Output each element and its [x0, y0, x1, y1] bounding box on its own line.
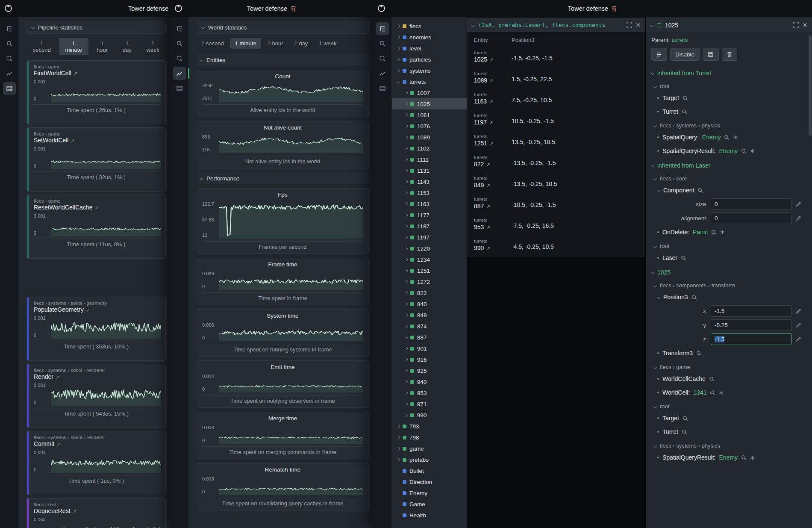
inspector-component-row[interactable]: WorldCellCache	[646, 372, 812, 386]
tree-item[interactable]: flecs	[392, 21, 467, 32]
inspector-group-header[interactable]: flecs › game	[646, 360, 812, 372]
entity-cell[interactable]: turrets 849↗	[474, 173, 512, 194]
tree-item[interactable]: 1061	[392, 109, 467, 121]
delete-button[interactable]	[722, 48, 737, 61]
inspector-group-header[interactable]: flecs › systems › physics	[646, 439, 812, 451]
close-icon[interactable]	[803, 23, 807, 27]
open-link-icon[interactable]: ↗	[486, 224, 490, 230]
entity-cell[interactable]: turrets 822↗	[474, 152, 512, 173]
table-row[interactable]: turrets 822↗ -13.5, -0.25, -1.5	[467, 152, 645, 173]
statistics-icon[interactable]	[376, 67, 389, 80]
chevron-icon[interactable]	[404, 291, 408, 295]
chevron-icon[interactable]	[397, 69, 400, 72]
time-range-button[interactable]: 1 second	[26, 38, 57, 55]
time-range-button[interactable]: 1 day	[290, 38, 313, 49]
table-row[interactable]: turrets 1025↗ -1.5, -0.25, -1.5	[467, 47, 645, 68]
tree-item[interactable]: 1025	[392, 98, 467, 109]
chevron-icon[interactable]	[404, 358, 408, 361]
inspector-component-row[interactable]: Position3	[646, 290, 812, 304]
tree-item[interactable]: level	[392, 43, 467, 54]
chevron-icon[interactable]	[404, 124, 408, 128]
inspector-component-row[interactable]: Turret	[646, 105, 812, 118]
edit-pencil-icon[interactable]	[796, 336, 801, 342]
chevron-icon[interactable]	[404, 347, 408, 350]
time-range-button[interactable]: 1 hour	[263, 38, 288, 49]
close-icon[interactable]	[636, 23, 641, 27]
chevron-icon[interactable]	[397, 58, 400, 61]
tree-item[interactable]: 1251	[392, 265, 467, 276]
section-header[interactable]: Entities	[197, 54, 369, 66]
chevron-icon[interactable]	[404, 324, 408, 328]
entity-cell[interactable]: turrets 887↗	[474, 194, 512, 215]
chevron-icon[interactable]	[397, 447, 400, 450]
tree-item[interactable]: 1177	[392, 209, 467, 221]
inspector-icon[interactable]	[376, 52, 389, 65]
chevron-icon[interactable]	[404, 369, 408, 372]
inspector-group-header[interactable]: root	[646, 399, 812, 411]
chevron-icon[interactable]	[404, 402, 408, 406]
table-row[interactable]: turrets 1089↗ 1.5, -0.25, 22.5	[467, 68, 645, 89]
inspector-component-row[interactable]: Target	[646, 91, 812, 105]
tree-item[interactable]: Health	[392, 510, 467, 521]
inspector-component-row[interactable]: OnDelete: Panic	[646, 225, 812, 239]
chevron-icon[interactable]	[404, 202, 408, 206]
chevron-icon[interactable]	[404, 91, 408, 94]
edit-pencil-icon[interactable]	[796, 215, 801, 221]
search-icon[interactable]	[682, 429, 687, 435]
search-icon[interactable]	[697, 188, 703, 193]
inspector-component-row[interactable]: SpatialQuery: Enemy	[646, 130, 812, 144]
chevron-icon[interactable]	[404, 224, 408, 228]
pipeline-icon[interactable]	[173, 82, 186, 95]
inspector-component-row[interactable]: Component	[646, 183, 812, 197]
scrollbar-thumb[interactable]	[809, 35, 812, 136]
entity-cell[interactable]: turrets 1089↗	[474, 68, 512, 89]
tree-item[interactable]: turrets	[392, 76, 467, 87]
open-link-icon[interactable]: ↗	[56, 374, 60, 380]
field-input[interactable]: 0	[711, 198, 792, 210]
search-icon[interactable]	[709, 376, 715, 382]
entity-cell[interactable]: turrets 953↗	[474, 215, 512, 236]
search-icon[interactable]	[3, 37, 16, 50]
search-icon[interactable]	[683, 416, 688, 421]
query-expression[interactable]: (IsA, prefabs.Laser), flecs.components	[478, 22, 623, 28]
chevron-icon[interactable]	[404, 191, 408, 195]
tree-item[interactable]: Game	[392, 499, 467, 510]
open-link-icon[interactable]: ↗	[489, 57, 494, 63]
chevron-icon[interactable]	[404, 113, 408, 117]
entity-cell[interactable]: turrets 1163↗	[474, 89, 512, 110]
tree-item[interactable]: 1187	[392, 221, 467, 232]
component-value[interactable]: Panic	[693, 229, 708, 236]
trash-icon[interactable]	[291, 6, 296, 12]
parent-link[interactable]: turrets	[671, 37, 688, 43]
open-link-icon[interactable]: ↗	[489, 99, 493, 105]
search-icon[interactable]	[683, 95, 688, 101]
tree-item[interactable]: 1076	[392, 121, 467, 132]
inspector-component-row[interactable]: SpatialQueryResult: Enemy	[646, 451, 812, 464]
search-icon[interactable]	[724, 135, 730, 140]
tree-item[interactable]: 840	[392, 298, 467, 310]
table-row[interactable]: turrets 953↗ -7.5, -0.25, 16.5	[467, 215, 645, 236]
inspector-group-header[interactable]: flecs › core	[646, 171, 812, 183]
open-link-icon[interactable]: ↗	[489, 78, 494, 84]
field-input[interactable]: -1.5	[711, 333, 792, 345]
trash-icon[interactable]	[612, 6, 617, 12]
tree-item[interactable]: 1102	[392, 143, 467, 154]
tree-item[interactable]: 916	[392, 354, 467, 365]
open-link-icon[interactable]: ↗	[486, 183, 490, 189]
world-panel-header[interactable]: World statistics	[197, 21, 369, 34]
inspector-icon[interactable]	[3, 52, 16, 65]
chevron-icon[interactable]	[404, 236, 408, 239]
tree-item[interactable]: 925	[392, 365, 467, 376]
chevron-icon[interactable]	[404, 169, 408, 172]
tree-item[interactable]: systems	[392, 65, 467, 76]
search-icon[interactable]	[696, 351, 702, 356]
tree-item[interactable]: Bullet	[392, 465, 467, 476]
chevron-icon[interactable]	[404, 180, 408, 183]
tree-item[interactable]: 1197	[392, 232, 467, 243]
chevron-icon[interactable]	[397, 80, 400, 83]
tree-item[interactable]: 849	[392, 310, 467, 321]
chevron-icon[interactable]	[404, 391, 408, 395]
inspector-component-row[interactable]: WorldCell: 1341	[646, 386, 812, 399]
entity-cell[interactable]: turrets 1251↗	[474, 131, 512, 152]
component-value[interactable]: Enemy	[719, 147, 738, 154]
